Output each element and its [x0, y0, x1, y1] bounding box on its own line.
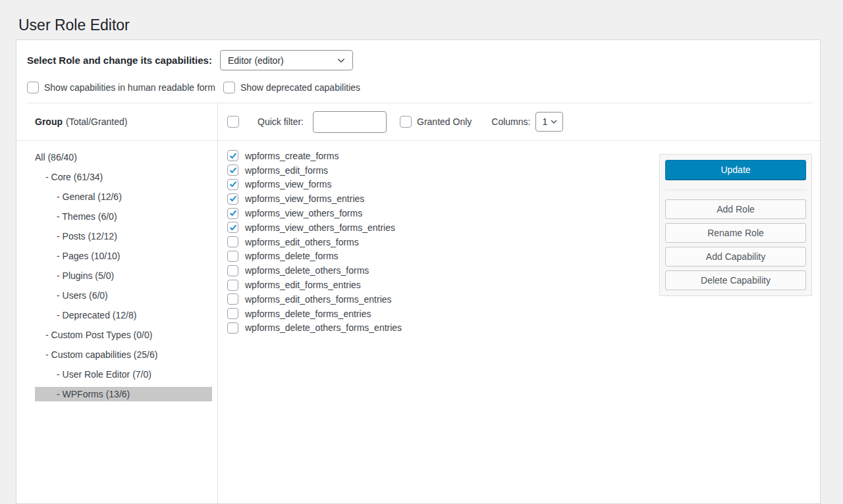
sidebar-item-users[interactable]: - Users (6/0)	[35, 288, 212, 303]
capability-label: wpforms_view_others_forms_entries	[245, 222, 395, 233]
chevron-down-icon	[550, 118, 558, 126]
group-header: Group (Total/Granted)	[16, 103, 217, 141]
sidebar-item-core[interactable]: - Core (61/34)	[35, 170, 212, 184]
capability-checkbox[interactable]	[227, 236, 238, 247]
sidebar-item-themes[interactable]: - Themes (6/0)	[35, 209, 212, 224]
group-header-title: Group	[35, 116, 63, 127]
capability-checkbox[interactable]	[227, 164, 238, 176]
sidebar-item-posts[interactable]: - Posts (12/12)	[35, 229, 212, 243]
capability-label: wpforms_delete_others_forms	[245, 265, 369, 276]
capability-checkbox[interactable]	[227, 208, 238, 219]
capability-checkbox[interactable]	[227, 150, 238, 161]
capability-label: wpforms_edit_others_forms_entries	[245, 294, 392, 305]
actions-panel: Update Add Role Rename Role Add Capabili…	[659, 154, 812, 296]
capability-label: wpforms_edit_forms	[245, 165, 328, 176]
capability-row: wpforms_delete_forms_entries	[227, 307, 659, 321]
delete-capability-button[interactable]: Delete Capability	[665, 270, 806, 290]
capability-checkbox[interactable]	[227, 179, 238, 190]
role-select[interactable]: Editor (editor)	[220, 50, 353, 70]
sidebar-item-pages[interactable]: - Pages (10/10)	[35, 249, 212, 263]
sidebar-item-plugins[interactable]: - Plugins (5/0)	[35, 268, 212, 283]
capability-row: wpforms_edit_others_forms	[227, 235, 659, 249]
add-role-button[interactable]: Add Role	[665, 199, 806, 219]
granted-only-checkbox[interactable]	[400, 116, 412, 128]
capability-checkbox[interactable]	[227, 322, 238, 334]
role-editor-panel: Select Role and change its capabilities:…	[16, 39, 821, 504]
capability-label: wpforms_view_others_forms	[245, 208, 362, 218]
capability-label: wpforms_delete_forms_entries	[245, 309, 371, 319]
capability-row: wpforms_edit_forms_entries	[227, 278, 659, 292]
role-select-label: Select Role and change its capabilities:	[27, 55, 212, 66]
capability-row: wpforms_edit_others_forms_entries	[227, 292, 659, 307]
capability-row: wpforms_view_others_forms	[227, 206, 659, 220]
capability-checkbox[interactable]	[227, 265, 238, 276]
show-deprecated-checkbox[interactable]	[223, 82, 235, 93]
check-icon	[229, 180, 237, 188]
human-readable-checkbox[interactable]	[27, 82, 39, 93]
check-icon	[229, 209, 237, 217]
sidebar-item-custom-post-types[interactable]: - Custom Post Types (0/0)	[35, 328, 212, 342]
sidebar-item-deprecated[interactable]: - Deprecated (12/8)	[35, 308, 212, 322]
add-capability-button[interactable]: Add Capability	[665, 247, 806, 266]
check-icon	[229, 166, 237, 174]
main-area: Group (Total/Granted) All (86/40) - Core…	[16, 103, 820, 503]
update-button[interactable]: Update	[665, 160, 806, 180]
sidebar-item-wpforms[interactable]: - WPForms (13/6)	[35, 387, 212, 401]
capability-row: wpforms_view_forms_entries	[227, 191, 659, 206]
capability-checkbox[interactable]	[227, 308, 238, 319]
page-title: User Role Editor	[18, 16, 843, 35]
show-deprecated-label: Show deprecated capabilities	[240, 82, 360, 93]
capability-checkbox[interactable]	[227, 280, 238, 291]
capability-row: wpforms_view_others_forms_entries	[227, 220, 659, 235]
filter-bar: Quick filter: Granted Only Columns: 1	[218, 103, 820, 141]
capability-label: wpforms_view_forms	[245, 179, 331, 189]
capability-label: wpforms_delete_forms	[245, 251, 339, 261]
sidebar-item-user-role-editor[interactable]: - User Role Editor (7/0)	[35, 367, 212, 382]
capability-checkbox[interactable]	[227, 293, 238, 305]
quick-filter-label: Quick filter:	[258, 116, 304, 127]
capability-row: wpforms_view_forms	[227, 178, 659, 192]
capability-row: wpforms_edit_forms	[227, 163, 659, 178]
role-select-value: Editor (editor)	[228, 55, 284, 66]
group-header-subtitle: (Total/Granted)	[66, 116, 127, 127]
sidebar-item-all[interactable]: All (86/40)	[35, 150, 212, 164]
check-icon	[229, 224, 237, 232]
groups-column: Group (Total/Granted) All (86/40) - Core…	[16, 103, 218, 503]
capabilities-column: Quick filter: Granted Only Columns: 1 wp…	[218, 103, 820, 503]
columns-select-value: 1	[542, 116, 547, 127]
separator	[665, 189, 806, 190]
capability-label: wpforms_edit_others_forms	[245, 237, 359, 247]
top-controls: Select Role and change its capabilities:…	[16, 40, 820, 103]
rename-role-button[interactable]: Rename Role	[665, 223, 806, 243]
select-all-checkbox[interactable]	[227, 116, 239, 128]
chevron-down-icon	[337, 56, 346, 65]
sidebar-item-general[interactable]: - General (12/6)	[35, 189, 212, 204]
check-icon	[229, 152, 237, 160]
capabilities-list: wpforms_create_forms wpforms_edit_forms …	[218, 141, 659, 335]
check-icon	[229, 195, 237, 203]
capability-checkbox[interactable]	[227, 193, 238, 205]
groups-tree: All (86/40) - Core (61/34) - General (12…	[16, 141, 217, 401]
capabilities-body: wpforms_create_forms wpforms_edit_forms …	[218, 141, 820, 503]
granted-only-label: Granted Only	[417, 116, 472, 127]
capability-label: wpforms_delete_others_forms_entries	[245, 322, 402, 333]
capability-checkbox[interactable]	[227, 251, 238, 262]
capability-row: wpforms_delete_others_forms_entries	[227, 321, 659, 336]
columns-label: Columns:	[491, 116, 530, 127]
quick-filter-input[interactable]	[313, 111, 387, 133]
sidebar-item-custom-capabilities[interactable]: - Custom capabilities (25/6)	[35, 347, 212, 362]
columns-select[interactable]: 1	[535, 112, 563, 132]
capability-checkbox[interactable]	[227, 222, 238, 233]
capability-label: wpforms_create_forms	[245, 151, 339, 161]
capability-label: wpforms_edit_forms_entries	[245, 280, 361, 290]
human-readable-label: Show capabilities in human readable form	[44, 82, 215, 93]
capability-row: wpforms_delete_forms	[227, 249, 659, 264]
capability-row: wpforms_delete_others_forms	[227, 263, 659, 278]
capability-label: wpforms_view_forms_entries	[245, 193, 364, 204]
capability-row: wpforms_create_forms	[227, 149, 659, 163]
